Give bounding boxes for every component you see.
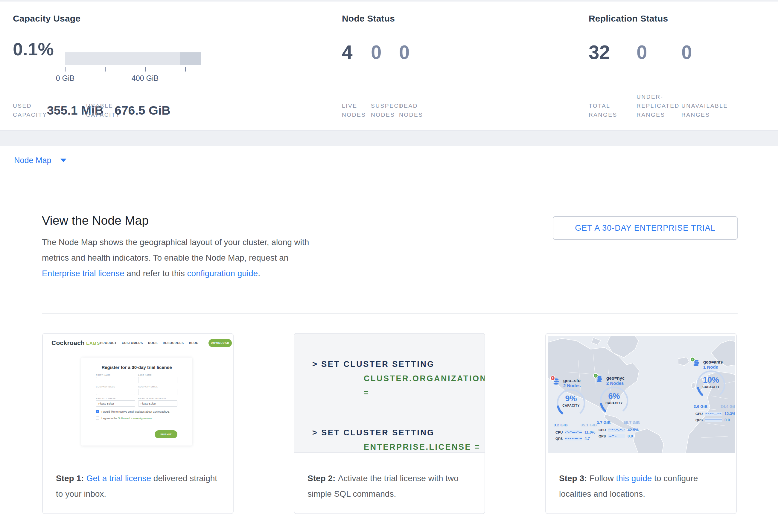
email-updates-text: I would like to receive email updates ab…: [101, 410, 170, 413]
this-guide-link[interactable]: this guide: [616, 474, 652, 483]
capacity-axis-tick: [105, 67, 105, 72]
qps-metric: QPS 0.0: [695, 418, 730, 422]
replication-status-section: Replication Status 32 0 0 TOTAL RANGES U…: [589, 1, 768, 130]
mini-field: COMPANY NAME: [96, 386, 135, 395]
cluster-name: geo=ams: [703, 359, 723, 365]
project-phase-select: Please Select: [96, 400, 135, 407]
sql-code-block: > SET CLUSTER SETTING CLUSTER.ORGANIZATI…: [294, 333, 484, 453]
node-map-enablement-content: View the Node Map The Node Map shows the…: [0, 175, 778, 532]
mini-submit-button: SUBMIT: [155, 430, 177, 438]
capacity-bar: [65, 52, 201, 65]
last-name-input: [138, 377, 177, 383]
company-name-input: [96, 389, 135, 395]
suspect-nodes-label: SUSPECT NODES: [371, 91, 399, 120]
capacity-used: 3.6 GiB: [694, 404, 708, 409]
step2-label: Step 2:: [308, 474, 335, 483]
unavailable-ranges-label: UNAVAILABLE RANGES: [681, 91, 730, 120]
intro-paragraph: The Node Map shows the geographical layo…: [42, 235, 320, 281]
mini-form-title: Register for a 30-day trial license: [96, 365, 177, 370]
mini-site-nav: PRODUCT CUSTOMERS DOCS RESOURCES BLOG DO…: [100, 339, 232, 347]
mini-field: PROJECT PHASE Please Select: [96, 397, 135, 407]
get-enterprise-trial-button[interactable]: GET A 30-DAY ENTERPRISE TRIAL: [553, 216, 737, 240]
mini-field: COMPANY EMAIL: [138, 386, 177, 395]
step3-card: 1 geo=sfo 2 Nodes: [545, 333, 737, 514]
view-selector-dropdown[interactable]: Node Map: [0, 146, 778, 175]
total-ranges-count: 32: [589, 43, 610, 62]
gauge-capacity-label: CAPACITY: [599, 401, 630, 405]
cpu-metric: CPU 11.0%: [555, 430, 595, 435]
gauge-capacity-label: CAPACITY: [555, 404, 587, 407]
qps-value: 4.7: [585, 436, 590, 441]
node-status-section: Node Status 4 0 0 LIVE NODES SUSPECT NOD…: [342, 1, 510, 130]
capacity-axis-tick: [65, 67, 66, 72]
qps-value: 0.0: [628, 434, 633, 438]
mini-field-label: COMPANY EMAIL: [138, 386, 177, 388]
gauge-capacity-label: CAPACITY: [695, 385, 726, 389]
enterprise-trial-license-link[interactable]: Enterprise trial license: [42, 269, 124, 278]
step1-card: Cockroach LABS PRODUCT CUSTOMERS DOCS RE…: [42, 333, 234, 514]
first-name-input: [96, 377, 135, 383]
license-agreement-text: I agree to the Software License Agreemen…: [101, 417, 153, 420]
capacity-percent: 0.1%: [13, 41, 54, 58]
mini-nav-docs: DOCS: [148, 341, 158, 345]
capacity-used: 3.2 GiB: [554, 423, 568, 427]
cluster-summary-panel: Capacity Usage 0.1% 0 GiB 400 GiB USED C…: [0, 1, 778, 131]
mini-field-label: COMPANY NAME: [96, 386, 135, 388]
unavailable-ranges-count: 0: [681, 43, 692, 62]
cluster-labels: geo=sfo 2 Nodes: [563, 378, 580, 388]
cpu-value: 12.3%: [724, 411, 735, 416]
dead-nodes-label: DEAD NODES: [399, 91, 423, 120]
sql-line-prompt: > SET CLUSTER SETTING: [312, 357, 484, 371]
get-trial-license-link[interactable]: Get a trial license: [86, 474, 151, 483]
capacity-usage-section: Capacity Usage 0.1% 0 GiB 400 GiB USED C…: [13, 1, 240, 130]
mini-checkbox-row: I agree to the Software License Agreemen…: [96, 416, 177, 420]
license-agreement-checkbox: [96, 416, 99, 420]
usable-capacity-value: 676.5 GiB: [114, 104, 170, 117]
view-selector-label[interactable]: Node Map: [14, 156, 52, 165]
suspect-nodes-count: 0: [371, 43, 382, 62]
gauge-arc: [695, 369, 726, 400]
under-replicated-ranges-label: UNDER-REPLICATED RANGES: [636, 91, 681, 120]
cluster-name: geo=nyc: [606, 376, 625, 381]
qps-sparkline: [608, 434, 625, 438]
gauge-arc: [555, 387, 587, 419]
capacity-max: 35.1 GiB: [580, 423, 597, 427]
software-license-link: Software License Agreement.: [118, 417, 153, 420]
mini-field-label: PROJECT PHASE: [96, 397, 135, 399]
qps-metric: QPS 4.7: [555, 436, 590, 441]
cluster-geo-sfo: 1 geo=sfo 2 Nodes: [552, 378, 592, 389]
mini-site-brand-suffix: LABS: [86, 340, 100, 346]
node-status-title: Node Status: [342, 13, 395, 24]
capacity-tick-label-0: 0 GiB: [41, 74, 89, 83]
gauge-arc: [599, 385, 630, 416]
healthy-badge: ✓: [690, 357, 695, 362]
qps-sparkline: [565, 437, 582, 441]
mini-site-header: Cockroach LABS PRODUCT CUSTOMERS DOCS RE…: [49, 336, 224, 349]
live-nodes-label: LIVE NODES: [342, 91, 366, 120]
mini-download-button: DOWNLOAD: [209, 339, 232, 347]
email-updates-checkbox: ✓: [96, 410, 99, 413]
mini-registration-form: Register for a 30-day trial license FIRS…: [81, 358, 192, 446]
step3-text-pre: Follow: [590, 474, 616, 483]
mini-nav-blog: BLOG: [189, 341, 199, 345]
chevron-down-icon: [60, 159, 66, 162]
replication-status-title: Replication Status: [589, 13, 668, 24]
step2-caption: Step 2:Activate the trial license with t…: [294, 452, 484, 514]
capacity-gauge: 6% CAPACITY 3.7 GiB 65.7 GiB CPU 42.5% Q…: [599, 385, 630, 416]
capacity-tick-label-400: 400 GiB: [121, 74, 169, 83]
cluster-labels: geo=ams 1 Node: [703, 359, 723, 370]
mini-field-label: LAST NAME: [138, 374, 177, 376]
gauge-percent: 9%: [555, 395, 587, 403]
gauge-percent: 10%: [695, 376, 726, 384]
capacity-usage-title: Capacity Usage: [13, 13, 80, 24]
configuration-guide-link[interactable]: configuration guide: [187, 269, 258, 278]
step2-card: > SET CLUSTER SETTING CLUSTER.ORGANIZATI…: [294, 333, 485, 514]
cluster-geo-nyc: ✓ geo=nyc 2 Nodes: [596, 376, 635, 386]
section-divider: [42, 313, 737, 314]
mini-field: FIRST NAME: [96, 374, 135, 383]
cpu-value: 42.5%: [628, 428, 639, 432]
step3-label: Step 3:: [559, 474, 587, 483]
live-nodes-count: 4: [342, 43, 353, 62]
cpu-value: 11.0%: [585, 430, 595, 435]
step3-caption: Step 3:Follow this guide to configure lo…: [546, 452, 736, 514]
